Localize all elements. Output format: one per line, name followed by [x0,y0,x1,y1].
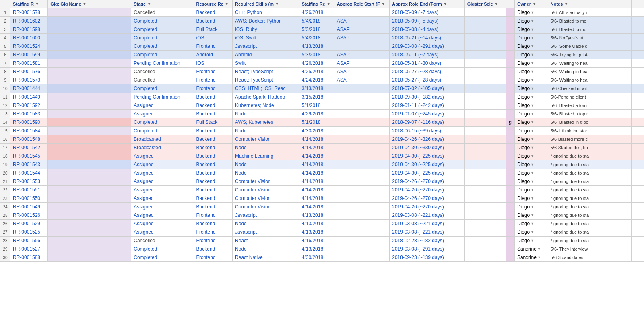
required-skills[interactable]: iOS; Swift [233,34,299,42]
col-a-sort-icon[interactable]: ▼ [35,2,39,6]
staffing-req-date[interactable]: 4/26/2018 [299,8,334,17]
required-skills[interactable]: AWS; Kubernetes [233,118,299,127]
resource-role[interactable]: Full Stack [194,25,232,34]
gigster-select[interactable] [464,203,506,211]
staffing-req-date[interactable]: 4/14/2018 [299,177,334,186]
staffing-req-date[interactable]: 4/14/2018 [299,135,334,144]
gigster-select[interactable] [464,152,506,160]
required-skills[interactable]: AWS; Docker; Python [233,17,299,25]
stage[interactable]: Assigned [131,194,194,203]
notes[interactable]: *Ignoring due to sta [548,152,631,160]
col-i-sort-icon[interactable]: ▼ [495,2,498,6]
staffing-rr[interactable]: RR-0001556 [10,237,47,245]
role-start[interactable] [334,110,390,118]
resource-role[interactable]: Backend [194,194,232,203]
staffing-req-date[interactable]: 4/13/2018 [299,220,334,228]
stage[interactable]: Assigned [131,228,194,237]
role-end[interactable]: 2019-04-26 (~270 days) [390,203,464,211]
role-start[interactable]: ASAP [334,25,390,34]
role-end[interactable]: 2018-09-07 (~116 days) [390,118,464,127]
gigster-select[interactable] [464,118,506,127]
staffing-rr[interactable]: RR-0001583 [10,110,47,118]
table-row[interactable]: 15 RR-0001584 Completed Backend Node 4/3… [0,127,644,135]
owner-dropdown-icon[interactable]: ▼ [530,154,534,158]
role-end[interactable]: 2019-03-08 (~291 days) [390,245,464,253]
table-row[interactable]: 20 RR-0001544 Assigned Backend Node 4/14… [0,169,644,177]
gigster-select[interactable] [464,42,506,51]
owner-dropdown-icon[interactable]: ▼ [530,188,534,192]
table-row[interactable]: 27 RR-0001525 Assigned Frontend Javascri… [0,228,644,237]
notes[interactable]: *Ignoring due to sta [548,177,631,186]
notes[interactable]: *Ignoring due to sta [548,186,631,194]
col-l-header[interactable]: Notes ▼ [548,0,631,8]
staffing-rr[interactable]: RR-0001543 [10,160,47,169]
staffing-rr[interactable]: RR-0001527 [10,245,47,253]
owner-dropdown-icon[interactable]: ▼ [530,36,534,40]
resource-role[interactable]: Backend [194,160,232,169]
role-start[interactable]: ASAP [334,76,390,84]
owner-dropdown-icon[interactable]: ▼ [530,179,534,183]
role-start[interactable]: ASAP [334,51,390,59]
col-g-sort-icon[interactable]: ▼ [382,2,385,6]
owner[interactable]: Diego ▼ [514,51,548,59]
staffing-req-date[interactable]: 3/15/2018 [299,93,334,101]
staffing-req-date[interactable]: 5/3/2018 [299,51,334,59]
notes[interactable]: 5/6- Blasted to mo [548,17,631,25]
table-row[interactable]: 14 RR-0001590 Completed Full Stack AWS; … [0,118,644,127]
staffing-rr[interactable]: RR-0001551 [10,186,47,194]
resource-role[interactable]: Backend [194,8,232,17]
owner[interactable]: Diego ▼ [514,169,548,177]
role-end[interactable]: 2018-05-11 (~7 days) [390,51,464,59]
table-row[interactable]: 30 RR-0001588 Completed Frontend React N… [0,253,644,262]
stage[interactable]: Completed [131,17,194,25]
owner[interactable]: Diego ▼ [514,228,548,237]
owner[interactable]: Diego ▼ [514,160,548,169]
role-end[interactable]: 2018-05-21 (~14 days) [390,34,464,42]
table-row[interactable]: 25 RR-0001526 Assigned Frontend Javascri… [0,211,644,220]
required-skills[interactable]: Node [233,220,299,228]
gig-name[interactable] [48,42,131,51]
resource-role[interactable]: Frontend [194,237,232,245]
table-row[interactable]: 13 RR-0001583 Assigned Backend Node 4/29… [0,110,644,118]
owner[interactable]: Diego ▼ [514,186,548,194]
role-start[interactable] [334,160,390,169]
gigster-select[interactable] [464,93,506,101]
col-l-sort-icon[interactable]: ▼ [564,2,568,6]
table-row[interactable]: 19 RR-0001543 Assigned Backend Node 4/14… [0,160,644,169]
notes[interactable]: 5/6-Checked in wit [548,84,631,93]
notes[interactable]: *Ignoring due to sta [548,169,631,177]
role-end[interactable]: 2018-05-31 (~30 days) [390,59,464,68]
resource-role[interactable]: Backend [194,220,232,228]
owner-dropdown-icon[interactable]: ▼ [530,70,534,74]
required-skills[interactable]: React; TypeScript [233,68,299,76]
notes[interactable]: 5/6- Waiting to hea [548,76,631,84]
stage[interactable]: Assigned [131,101,194,110]
resource-role[interactable]: Frontend [194,228,232,237]
col-b-header[interactable]: Gig: Gig Name ▼ [48,0,131,8]
col-d-sort-icon[interactable]: ▼ [225,2,229,6]
role-end[interactable]: 2019-04-30 (~225 days) [390,160,464,169]
table-row[interactable]: 26 RR-0001529 Assigned Backend Node 4/13… [0,220,644,228]
col-c-header[interactable]: Stage ▼ [131,0,194,8]
gig-name[interactable] [48,101,131,110]
staffing-rr[interactable]: RR-0001573 [10,76,47,84]
staffing-rr[interactable]: RR-0001529 [10,220,47,228]
stage[interactable]: Cancelled [131,76,194,84]
owner-dropdown-icon[interactable]: ▼ [537,255,541,259]
gig-name[interactable] [48,203,131,211]
notes[interactable]: 5/6- Blasted a ton r [548,101,631,110]
staffing-req-date[interactable]: 4/26/2018 [299,59,334,68]
col-k-header[interactable]: Owner ▼ [514,0,548,8]
resource-role[interactable]: Backend [194,169,232,177]
role-start[interactable] [334,237,390,245]
col-b-sort-icon[interactable]: ▼ [83,2,87,6]
role-end[interactable]: 2018-05-08 (~4 days) [390,25,464,34]
notes[interactable]: 5/6- Blasted in #loc [548,118,631,127]
owner[interactable]: Diego ▼ [514,101,548,110]
resource-role[interactable]: Backend [194,152,232,160]
notes[interactable]: *Ignoring due to sta [548,203,631,211]
gig-name[interactable] [48,152,131,160]
owner[interactable]: Diego ▼ [514,177,548,186]
notes[interactable]: *Ignoring due to sta [548,160,631,169]
role-start[interactable] [334,127,390,135]
